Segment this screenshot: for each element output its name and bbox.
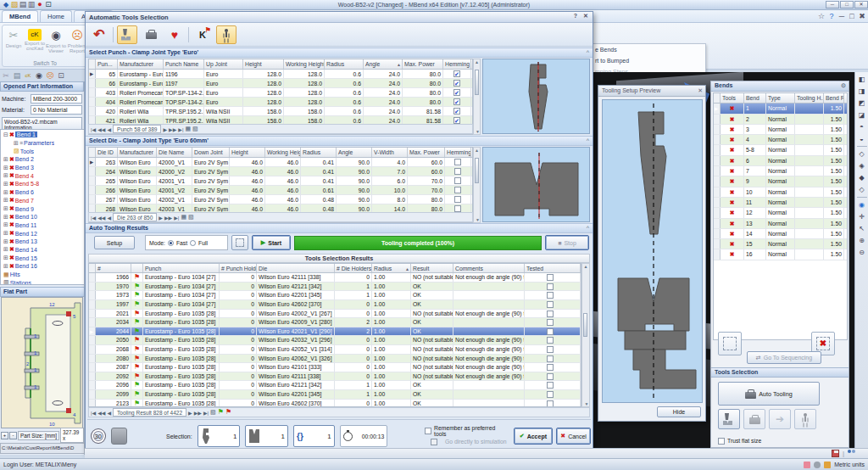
hemming-checkbox[interactable] — [454, 168, 461, 175]
column-header-manufacturer[interactable]: Manufacturer — [118, 59, 164, 69]
pin-icon[interactable]: ☆ — [817, 12, 826, 21]
tested-checkbox[interactable] — [547, 382, 554, 389]
die-section-header[interactable]: Select Die - Clamp Joint Type 'Euro 60mm… — [86, 136, 593, 146]
last-page-icon[interactable]: ▶| — [178, 126, 183, 132]
next-icon[interactable]: ▶ — [188, 410, 192, 416]
die-table-scrollbar[interactable]: ▲▼ — [473, 147, 481, 223]
punch-row[interactable]: 420Rolleri WilaTPR.SP.195.2...Wila NSII1… — [89, 107, 472, 116]
hemming-checkbox[interactable]: ✔ — [453, 117, 460, 124]
result-row[interactable]: ▶2044⚑Eurostamp - Euro 1035 [28]0Wilson … — [89, 327, 581, 337]
column-header-result[interactable]: Result — [411, 264, 453, 272]
expand-icon[interactable]: ⊞ — [3, 165, 8, 171]
tab-home[interactable]: Home — [40, 10, 72, 22]
row-selector[interactable] — [89, 283, 96, 291]
tested-checkbox[interactable] — [547, 337, 554, 344]
column-header-tooling-h-[interactable]: Tooling H... — [795, 93, 824, 103]
punch-die-button[interactable] — [718, 409, 740, 429]
row-selector[interactable] — [714, 249, 721, 259]
tested-checkbox[interactable] — [547, 364, 554, 371]
row-selector[interactable] — [89, 355, 96, 363]
tree-item-bend-4[interactable]: ⊞✖Bend 4 — [1, 171, 84, 180]
problem-icon[interactable]: ☹ — [46, 71, 54, 81]
hemming-checkbox[interactable] — [454, 177, 461, 184]
punch-row[interactable]: 403Rolleri PromecamTOP.SP-134-2...Euro12… — [89, 88, 472, 98]
hemming-checkbox[interactable] — [454, 187, 461, 193]
result-row[interactable]: 2123⚑Eurostamp - Euro 1035 [28]0Wilson E… — [89, 400, 581, 407]
die-row[interactable]: 266Wilson Euro42001_V2Euro 2V Sym46.046.… — [89, 186, 472, 195]
go-to-simulation-checkbox[interactable] — [431, 439, 437, 445]
bend-row[interactable]: ✖13Normal1.50 — [714, 219, 847, 229]
column-header-die-name[interactable]: Die Name — [157, 148, 192, 157]
row-selector[interactable] — [714, 145, 721, 154]
column-header-bend[interactable]: Bend — [744, 93, 766, 103]
column-header-tested[interactable]: Tested — [525, 264, 581, 272]
save-status-icon[interactable] — [832, 450, 839, 457]
row-selector[interactable] — [89, 400, 96, 407]
toolbox-button[interactable] — [743, 409, 765, 429]
row-selector[interactable] — [714, 176, 721, 186]
tool-person-button[interactable] — [794, 409, 816, 429]
column-header-manufacturer[interactable]: Manufacturer — [118, 148, 157, 157]
tree-item-stations[interactable]: ▥Stations — [1, 278, 84, 285]
view-bottom-icon[interactable]: ◒ — [858, 134, 866, 143]
die-row[interactable]: 264Wilson Euro42000_V2Euro 2V Sym46.046.… — [89, 167, 472, 176]
expand-icon[interactable]: ⊞ — [3, 189, 8, 196]
auto-tooling-section-header[interactable]: Auto Tooling Results^ — [86, 223, 593, 233]
punch-row[interactable]: 404Rolleri PromecamTOP.SP-134-2...Euro12… — [89, 98, 472, 107]
tree-item-bend-2[interactable]: ⊞✖Bend 2 — [1, 155, 84, 164]
zoom-in-part-button[interactable]: + — [1, 432, 8, 439]
fast-radio[interactable] — [168, 240, 174, 246]
row-selector[interactable] — [714, 219, 721, 228]
result-row[interactable]: 1997⚑Eurostamp - Euro 1034 [27]0Wilson E… — [89, 300, 581, 310]
result-row[interactable]: 2021⚑Eurostamp - Euro 1035 [28]0Wilson E… — [89, 310, 581, 319]
dialog-help-button[interactable]: ? — [570, 13, 581, 19]
selection-scope-button[interactable] — [231, 235, 248, 250]
bend-row[interactable]: ✖16Normal1.50 — [714, 249, 847, 260]
column-header-tools[interactable]: Tools — [721, 93, 744, 103]
bend-row[interactable]: ✖14Normal1.50 — [714, 229, 847, 239]
trust-flat-size-checkbox[interactable] — [718, 438, 725, 445]
tested-checkbox[interactable] — [547, 283, 554, 290]
prev-icon[interactable]: ◀ — [107, 215, 111, 221]
view-iso3-icon[interactable]: ◆ — [858, 173, 866, 182]
orbit-icon[interactable]: ◉ — [858, 200, 866, 210]
minimize-button[interactable]: ─ — [826, 1, 839, 8]
tree-item-bend-6[interactable]: ⊞✖Bend 6 — [1, 188, 84, 197]
tested-checkbox[interactable] — [547, 355, 554, 362]
viewer-icon[interactable]: ◉ — [35, 71, 43, 81]
help-icon[interactable]: ? — [827, 12, 836, 21]
row-selector[interactable]: ▶ — [714, 104, 721, 113]
auto-tooling-button[interactable]: Auto Tooling — [718, 382, 820, 406]
punch-section-header[interactable]: Select Punch - Clamp Joint Type 'Euro'^ — [86, 48, 593, 58]
results-scrollbar[interactable]: ▲▼ — [581, 263, 590, 407]
column-header-die-id[interactable]: Die ID — [96, 148, 118, 157]
bend-row[interactable]: ✖3Normal1.50 — [714, 125, 847, 135]
die-row[interactable]: ▶263Wilson Euro42000_V1Euro 2V Sym46.046… — [89, 158, 472, 167]
filter-icon[interactable]: ▧ — [210, 409, 216, 416]
view-iso4-icon[interactable]: ◇ — [858, 185, 866, 194]
row-selector[interactable] — [89, 88, 96, 97]
column-header-punch-name[interactable]: Punch Name — [164, 59, 204, 69]
row-selector[interactable] — [89, 390, 96, 399]
menu-item-bends[interactable]: e Bends — [592, 44, 705, 55]
column-header-radius[interactable]: Radius — [301, 148, 337, 157]
view-left-icon[interactable]: ◩ — [858, 98, 866, 108]
green-flag-filter-icon[interactable]: ⚑ — [218, 408, 224, 417]
tree-item-hits[interactable]: ▦Hits — [1, 271, 84, 279]
column-header-hemming[interactable]: Hemming — [443, 59, 471, 69]
grid-view-icon[interactable]: ▦ — [185, 126, 191, 132]
view-front-icon[interactable]: ◧ — [858, 75, 866, 84]
tested-checkbox[interactable] — [547, 311, 554, 317]
column-header-type[interactable]: Type — [766, 93, 795, 103]
row-selector[interactable] — [89, 381, 96, 389]
result-row[interactable]: 1973⚑Eurostamp - Euro 1034 [27]0Wilson E… — [89, 291, 581, 300]
tree-item-bend-3[interactable]: ⊞✖Bend 3 — [1, 164, 84, 172]
hemming-checkbox[interactable] — [454, 205, 461, 212]
row-selector[interactable] — [89, 363, 96, 372]
mdi-restore-button[interactable]: □ — [848, 12, 856, 21]
bend-row[interactable]: ✖11Normal1.50 — [714, 198, 847, 208]
column-header-working-height[interactable]: Working Height — [265, 148, 301, 157]
view-back-icon[interactable]: ◨ — [858, 87, 866, 96]
expand-icon[interactable]: ⊞ — [3, 263, 8, 270]
column-header-radius[interactable]: Radius — [325, 59, 364, 69]
